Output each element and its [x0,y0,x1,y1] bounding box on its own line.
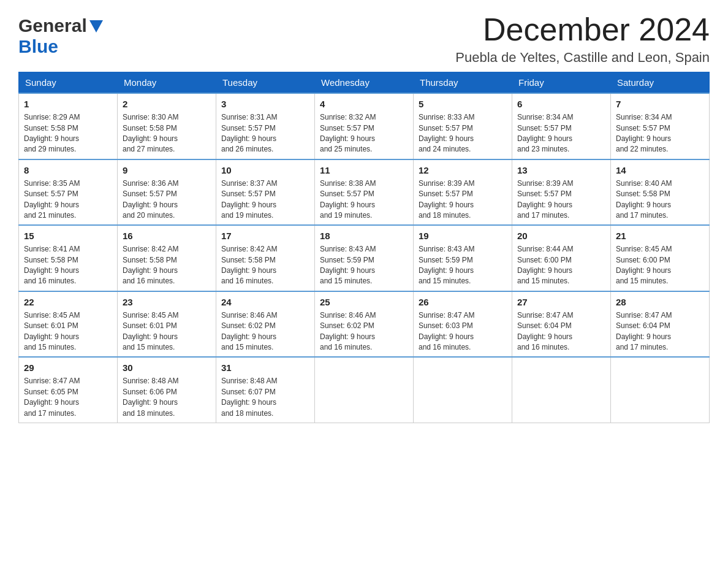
day-info: Sunrise: 8:33 AM Sunset: 5:57 PM Dayligh… [419,112,507,155]
day-info: Sunrise: 8:47 AM Sunset: 6:04 PM Dayligh… [616,310,704,353]
day-number: 25 [320,296,408,308]
page-header: General Blue December 2024 Puebla de Yel… [18,12,710,66]
calendar-cell: 15 Sunrise: 8:41 AM Sunset: 5:58 PM Dayl… [19,225,118,291]
day-info: Sunrise: 8:31 AM Sunset: 5:57 PM Dayligh… [221,112,309,155]
day-number: 7 [616,98,704,110]
day-info: Sunrise: 8:46 AM Sunset: 6:02 PM Dayligh… [320,310,408,353]
weekday-header-sunday: Sunday [19,72,118,94]
day-number: 4 [320,98,408,110]
calendar-week-row: 1 Sunrise: 8:29 AM Sunset: 5:58 PM Dayli… [19,93,710,159]
day-number: 5 [419,98,507,110]
calendar-cell: 6 Sunrise: 8:34 AM Sunset: 5:57 PM Dayli… [512,93,611,159]
day-number: 10 [221,164,309,177]
calendar-cell: 18 Sunrise: 8:43 AM Sunset: 5:59 PM Dayl… [315,225,414,291]
day-info: Sunrise: 8:30 AM Sunset: 5:58 PM Dayligh… [123,112,211,155]
day-info: Sunrise: 8:38 AM Sunset: 5:57 PM Dayligh… [320,178,408,221]
day-number: 1 [24,98,112,110]
calendar-week-row: 8 Sunrise: 8:35 AM Sunset: 5:57 PM Dayli… [19,159,710,226]
day-info: Sunrise: 8:42 AM Sunset: 5:58 PM Dayligh… [123,244,211,287]
calendar-cell: 10 Sunrise: 8:37 AM Sunset: 5:57 PM Dayl… [216,159,315,226]
day-number: 13 [517,164,605,177]
calendar-table: SundayMondayTuesdayWednesdayThursdayFrid… [18,72,710,423]
calendar-cell: 31 Sunrise: 8:48 AM Sunset: 6:07 PM Dayl… [216,357,315,423]
calendar-cell: 3 Sunrise: 8:31 AM Sunset: 5:57 PM Dayli… [216,93,315,159]
day-info: Sunrise: 8:48 AM Sunset: 6:06 PM Dayligh… [123,376,211,419]
day-info: Sunrise: 8:40 AM Sunset: 5:58 PM Dayligh… [616,178,704,221]
month-title: December 2024 [455,12,710,47]
day-number: 23 [123,296,211,308]
calendar-cell: 26 Sunrise: 8:47 AM Sunset: 6:03 PM Dayl… [414,291,512,358]
calendar-cell: 25 Sunrise: 8:46 AM Sunset: 6:02 PM Dayl… [315,291,414,358]
day-info: Sunrise: 8:39 AM Sunset: 5:57 PM Dayligh… [517,178,605,221]
day-number: 24 [221,296,309,308]
day-number: 17 [221,229,309,242]
weekday-header-row: SundayMondayTuesdayWednesdayThursdayFrid… [19,72,710,94]
day-number: 27 [517,296,605,308]
day-info: Sunrise: 8:47 AM Sunset: 6:03 PM Dayligh… [419,310,507,353]
weekday-header-thursday: Thursday [414,72,512,94]
calendar-cell [611,357,710,423]
day-info: Sunrise: 8:45 AM Sunset: 6:01 PM Dayligh… [123,310,211,353]
calendar-cell: 9 Sunrise: 8:36 AM Sunset: 5:57 PM Dayli… [118,159,216,226]
calendar-cell: 7 Sunrise: 8:34 AM Sunset: 5:57 PM Dayli… [611,93,710,159]
calendar-cell: 24 Sunrise: 8:46 AM Sunset: 6:02 PM Dayl… [216,291,315,358]
calendar-cell: 21 Sunrise: 8:45 AM Sunset: 6:00 PM Dayl… [611,225,710,291]
day-info: Sunrise: 8:36 AM Sunset: 5:57 PM Dayligh… [123,178,211,221]
weekday-header-friday: Friday [512,72,611,94]
calendar-cell: 29 Sunrise: 8:47 AM Sunset: 6:05 PM Dayl… [19,357,118,423]
day-info: Sunrise: 8:43 AM Sunset: 5:59 PM Dayligh… [320,244,408,287]
logo: General Blue [18,12,103,57]
day-number: 8 [24,164,112,177]
day-number: 21 [616,229,704,242]
title-block: December 2024 Puebla de Yeltes, Castille… [455,12,710,66]
logo-blue-text: Blue [18,36,58,56]
day-number: 6 [517,98,605,110]
day-info: Sunrise: 8:47 AM Sunset: 6:04 PM Dayligh… [517,310,605,353]
calendar-cell: 1 Sunrise: 8:29 AM Sunset: 5:58 PM Dayli… [19,93,118,159]
logo-general-row: General [18,15,103,36]
calendar-cell: 30 Sunrise: 8:48 AM Sunset: 6:06 PM Dayl… [118,357,216,423]
logo-blue-row: Blue [18,36,58,57]
day-number: 20 [517,229,605,242]
calendar-cell: 8 Sunrise: 8:35 AM Sunset: 5:57 PM Dayli… [19,159,118,226]
calendar-cell: 12 Sunrise: 8:39 AM Sunset: 5:57 PM Dayl… [414,159,512,226]
calendar-cell: 4 Sunrise: 8:32 AM Sunset: 5:57 PM Dayli… [315,93,414,159]
weekday-header-monday: Monday [118,72,216,94]
day-info: Sunrise: 8:42 AM Sunset: 5:58 PM Dayligh… [221,244,309,287]
day-number: 15 [24,229,112,242]
calendar-cell: 5 Sunrise: 8:33 AM Sunset: 5:57 PM Dayli… [414,93,512,159]
calendar-week-row: 22 Sunrise: 8:45 AM Sunset: 6:01 PM Dayl… [19,291,710,358]
day-number: 29 [24,361,112,374]
day-number: 11 [320,164,408,177]
svg-marker-0 [89,20,103,33]
calendar-cell: 14 Sunrise: 8:40 AM Sunset: 5:58 PM Dayl… [611,159,710,226]
calendar-cell: 19 Sunrise: 8:43 AM Sunset: 5:59 PM Dayl… [414,225,512,291]
day-info: Sunrise: 8:29 AM Sunset: 5:58 PM Dayligh… [24,112,112,155]
calendar-cell: 11 Sunrise: 8:38 AM Sunset: 5:57 PM Dayl… [315,159,414,226]
location-subtitle: Puebla de Yeltes, Castille and Leon, Spa… [455,50,710,66]
calendar-cell: 28 Sunrise: 8:47 AM Sunset: 6:04 PM Dayl… [611,291,710,358]
day-info: Sunrise: 8:34 AM Sunset: 5:57 PM Dayligh… [517,112,605,155]
calendar-week-row: 15 Sunrise: 8:41 AM Sunset: 5:58 PM Dayl… [19,225,710,291]
day-number: 31 [221,361,309,374]
calendar-cell: 20 Sunrise: 8:44 AM Sunset: 6:00 PM Dayl… [512,225,611,291]
calendar-cell [512,357,611,423]
day-info: Sunrise: 8:32 AM Sunset: 5:57 PM Dayligh… [320,112,408,155]
day-info: Sunrise: 8:41 AM Sunset: 5:58 PM Dayligh… [24,244,112,287]
day-number: 22 [24,296,112,308]
day-info: Sunrise: 8:44 AM Sunset: 6:00 PM Dayligh… [517,244,605,287]
day-info: Sunrise: 8:43 AM Sunset: 5:59 PM Dayligh… [419,244,507,287]
day-number: 12 [419,164,507,177]
day-info: Sunrise: 8:45 AM Sunset: 6:00 PM Dayligh… [616,244,704,287]
day-number: 3 [221,98,309,110]
day-info: Sunrise: 8:46 AM Sunset: 6:02 PM Dayligh… [221,310,309,353]
day-number: 19 [419,229,507,242]
day-number: 18 [320,229,408,242]
day-info: Sunrise: 8:47 AM Sunset: 6:05 PM Dayligh… [24,376,112,419]
calendar-cell: 23 Sunrise: 8:45 AM Sunset: 6:01 PM Dayl… [118,291,216,358]
calendar-cell [315,357,414,423]
calendar-cell: 2 Sunrise: 8:30 AM Sunset: 5:58 PM Dayli… [118,93,216,159]
calendar-week-row: 29 Sunrise: 8:47 AM Sunset: 6:05 PM Dayl… [19,357,710,423]
calendar-cell [414,357,512,423]
weekday-header-wednesday: Wednesday [315,72,414,94]
